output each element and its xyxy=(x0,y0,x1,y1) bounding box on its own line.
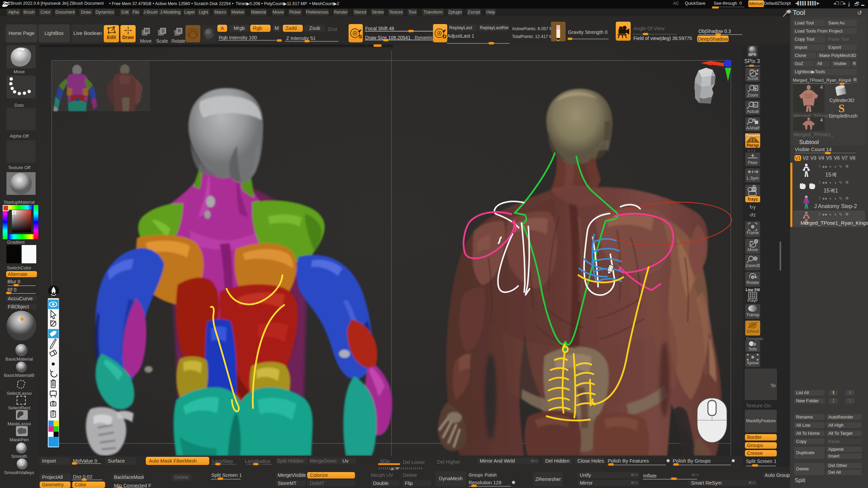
svg-text:S: S xyxy=(161,28,164,34)
svg-text:x1: x1 xyxy=(754,103,757,107)
svg-text:R: R xyxy=(178,28,181,34)
svg-text:S: S xyxy=(839,103,845,113)
svg-text:D: D xyxy=(443,34,447,39)
svg-text:S: S xyxy=(359,34,362,39)
svg-text:BPR: BPR xyxy=(748,53,756,57)
svg-text:4: 4 xyxy=(820,117,823,123)
svg-text:4: 4 xyxy=(820,84,823,90)
svg-text:M: M xyxy=(145,28,149,34)
